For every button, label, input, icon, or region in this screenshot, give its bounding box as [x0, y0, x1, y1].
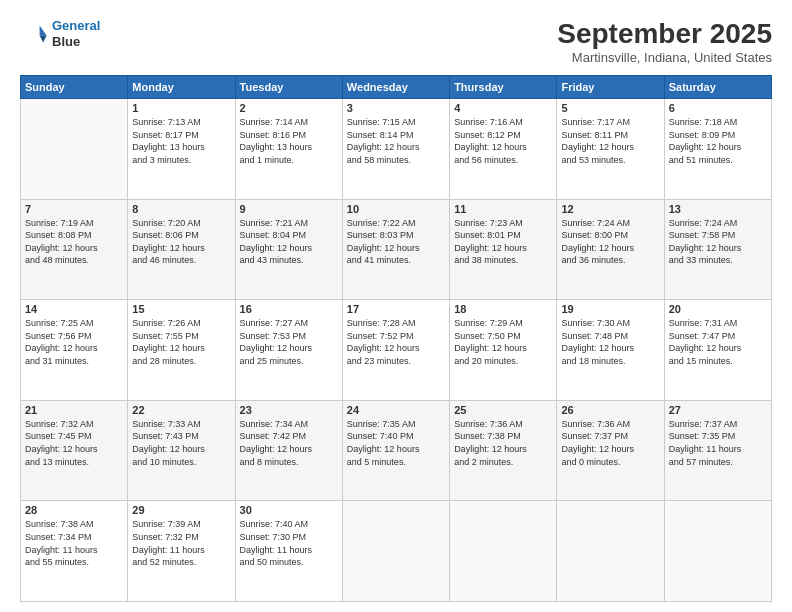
day-number: 7 [25, 203, 123, 215]
day-number: 21 [25, 404, 123, 416]
day-number: 5 [561, 102, 659, 114]
subtitle: Martinsville, Indiana, United States [557, 50, 772, 65]
logo-icon [20, 20, 48, 48]
day-number: 8 [132, 203, 230, 215]
calendar-header-cell: Friday [557, 76, 664, 99]
day-number: 11 [454, 203, 552, 215]
calendar-header-row: SundayMondayTuesdayWednesdayThursdayFrid… [21, 76, 772, 99]
svg-marker-0 [40, 25, 47, 35]
day-number: 16 [240, 303, 338, 315]
calendar-day-cell [21, 99, 128, 200]
main-title: September 2025 [557, 18, 772, 50]
calendar-day-cell: 28Sunrise: 7:38 AM Sunset: 7:34 PM Dayli… [21, 501, 128, 602]
day-info: Sunrise: 7:33 AM Sunset: 7:43 PM Dayligh… [132, 418, 230, 468]
calendar-day-cell: 7Sunrise: 7:19 AM Sunset: 8:08 PM Daylig… [21, 199, 128, 300]
calendar-day-cell: 14Sunrise: 7:25 AM Sunset: 7:56 PM Dayli… [21, 300, 128, 401]
day-number: 12 [561, 203, 659, 215]
calendar-day-cell: 21Sunrise: 7:32 AM Sunset: 7:45 PM Dayli… [21, 400, 128, 501]
calendar-body: 1Sunrise: 7:13 AM Sunset: 8:17 PM Daylig… [21, 99, 772, 602]
day-number: 15 [132, 303, 230, 315]
day-info: Sunrise: 7:40 AM Sunset: 7:30 PM Dayligh… [240, 518, 338, 568]
svg-marker-1 [40, 35, 47, 42]
calendar-day-cell: 12Sunrise: 7:24 AM Sunset: 8:00 PM Dayli… [557, 199, 664, 300]
calendar-day-cell: 27Sunrise: 7:37 AM Sunset: 7:35 PM Dayli… [664, 400, 771, 501]
calendar-day-cell: 11Sunrise: 7:23 AM Sunset: 8:01 PM Dayli… [450, 199, 557, 300]
calendar-day-cell: 3Sunrise: 7:15 AM Sunset: 8:14 PM Daylig… [342, 99, 449, 200]
day-info: Sunrise: 7:37 AM Sunset: 7:35 PM Dayligh… [669, 418, 767, 468]
day-number: 24 [347, 404, 445, 416]
calendar-header-cell: Saturday [664, 76, 771, 99]
day-info: Sunrise: 7:21 AM Sunset: 8:04 PM Dayligh… [240, 217, 338, 267]
calendar-header-cell: Wednesday [342, 76, 449, 99]
calendar-day-cell: 5Sunrise: 7:17 AM Sunset: 8:11 PM Daylig… [557, 99, 664, 200]
day-number: 25 [454, 404, 552, 416]
calendar-day-cell [664, 501, 771, 602]
day-number: 14 [25, 303, 123, 315]
day-number: 18 [454, 303, 552, 315]
day-info: Sunrise: 7:39 AM Sunset: 7:32 PM Dayligh… [132, 518, 230, 568]
day-number: 10 [347, 203, 445, 215]
calendar-day-cell [557, 501, 664, 602]
day-info: Sunrise: 7:24 AM Sunset: 7:58 PM Dayligh… [669, 217, 767, 267]
day-info: Sunrise: 7:14 AM Sunset: 8:16 PM Dayligh… [240, 116, 338, 166]
day-number: 13 [669, 203, 767, 215]
day-info: Sunrise: 7:28 AM Sunset: 7:52 PM Dayligh… [347, 317, 445, 367]
day-number: 26 [561, 404, 659, 416]
page: General Blue September 2025 Martinsville… [0, 0, 792, 612]
calendar-day-cell: 1Sunrise: 7:13 AM Sunset: 8:17 PM Daylig… [128, 99, 235, 200]
calendar-week-row: 7Sunrise: 7:19 AM Sunset: 8:08 PM Daylig… [21, 199, 772, 300]
day-number: 29 [132, 504, 230, 516]
calendar-day-cell: 17Sunrise: 7:28 AM Sunset: 7:52 PM Dayli… [342, 300, 449, 401]
day-info: Sunrise: 7:32 AM Sunset: 7:45 PM Dayligh… [25, 418, 123, 468]
calendar-day-cell: 15Sunrise: 7:26 AM Sunset: 7:55 PM Dayli… [128, 300, 235, 401]
day-info: Sunrise: 7:13 AM Sunset: 8:17 PM Dayligh… [132, 116, 230, 166]
calendar-day-cell: 30Sunrise: 7:40 AM Sunset: 7:30 PM Dayli… [235, 501, 342, 602]
day-info: Sunrise: 7:31 AM Sunset: 7:47 PM Dayligh… [669, 317, 767, 367]
day-info: Sunrise: 7:24 AM Sunset: 8:00 PM Dayligh… [561, 217, 659, 267]
logo: General Blue [20, 18, 100, 49]
day-number: 22 [132, 404, 230, 416]
day-info: Sunrise: 7:23 AM Sunset: 8:01 PM Dayligh… [454, 217, 552, 267]
title-block: September 2025 Martinsville, Indiana, Un… [557, 18, 772, 65]
calendar-week-row: 1Sunrise: 7:13 AM Sunset: 8:17 PM Daylig… [21, 99, 772, 200]
calendar-week-row: 21Sunrise: 7:32 AM Sunset: 7:45 PM Dayli… [21, 400, 772, 501]
calendar-day-cell: 29Sunrise: 7:39 AM Sunset: 7:32 PM Dayli… [128, 501, 235, 602]
day-number: 27 [669, 404, 767, 416]
day-info: Sunrise: 7:22 AM Sunset: 8:03 PM Dayligh… [347, 217, 445, 267]
calendar-day-cell: 16Sunrise: 7:27 AM Sunset: 7:53 PM Dayli… [235, 300, 342, 401]
day-info: Sunrise: 7:35 AM Sunset: 7:40 PM Dayligh… [347, 418, 445, 468]
calendar-day-cell: 18Sunrise: 7:29 AM Sunset: 7:50 PM Dayli… [450, 300, 557, 401]
calendar-day-cell: 24Sunrise: 7:35 AM Sunset: 7:40 PM Dayli… [342, 400, 449, 501]
calendar-day-cell [450, 501, 557, 602]
day-number: 9 [240, 203, 338, 215]
calendar-header-cell: Tuesday [235, 76, 342, 99]
logo-text: General Blue [52, 18, 100, 49]
day-info: Sunrise: 7:16 AM Sunset: 8:12 PM Dayligh… [454, 116, 552, 166]
day-info: Sunrise: 7:36 AM Sunset: 7:38 PM Dayligh… [454, 418, 552, 468]
calendar-day-cell: 22Sunrise: 7:33 AM Sunset: 7:43 PM Dayli… [128, 400, 235, 501]
day-number: 23 [240, 404, 338, 416]
calendar-day-cell: 8Sunrise: 7:20 AM Sunset: 8:06 PM Daylig… [128, 199, 235, 300]
day-info: Sunrise: 7:15 AM Sunset: 8:14 PM Dayligh… [347, 116, 445, 166]
calendar-day-cell: 19Sunrise: 7:30 AM Sunset: 7:48 PM Dayli… [557, 300, 664, 401]
day-info: Sunrise: 7:17 AM Sunset: 8:11 PM Dayligh… [561, 116, 659, 166]
calendar-day-cell: 20Sunrise: 7:31 AM Sunset: 7:47 PM Dayli… [664, 300, 771, 401]
day-info: Sunrise: 7:25 AM Sunset: 7:56 PM Dayligh… [25, 317, 123, 367]
calendar-day-cell: 25Sunrise: 7:36 AM Sunset: 7:38 PM Dayli… [450, 400, 557, 501]
day-number: 4 [454, 102, 552, 114]
day-number: 3 [347, 102, 445, 114]
calendar-day-cell: 6Sunrise: 7:18 AM Sunset: 8:09 PM Daylig… [664, 99, 771, 200]
day-info: Sunrise: 7:26 AM Sunset: 7:55 PM Dayligh… [132, 317, 230, 367]
day-info: Sunrise: 7:38 AM Sunset: 7:34 PM Dayligh… [25, 518, 123, 568]
calendar-day-cell [342, 501, 449, 602]
day-number: 20 [669, 303, 767, 315]
calendar-day-cell: 9Sunrise: 7:21 AM Sunset: 8:04 PM Daylig… [235, 199, 342, 300]
calendar-day-cell: 10Sunrise: 7:22 AM Sunset: 8:03 PM Dayli… [342, 199, 449, 300]
day-info: Sunrise: 7:34 AM Sunset: 7:42 PM Dayligh… [240, 418, 338, 468]
day-info: Sunrise: 7:20 AM Sunset: 8:06 PM Dayligh… [132, 217, 230, 267]
calendar-day-cell: 23Sunrise: 7:34 AM Sunset: 7:42 PM Dayli… [235, 400, 342, 501]
day-number: 2 [240, 102, 338, 114]
calendar-header-cell: Monday [128, 76, 235, 99]
calendar-day-cell: 2Sunrise: 7:14 AM Sunset: 8:16 PM Daylig… [235, 99, 342, 200]
day-info: Sunrise: 7:30 AM Sunset: 7:48 PM Dayligh… [561, 317, 659, 367]
